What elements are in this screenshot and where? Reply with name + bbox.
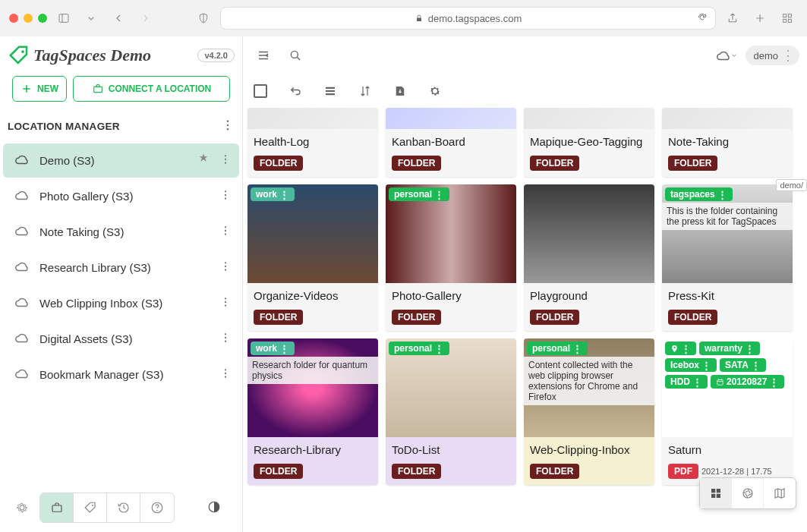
svg-point-29 (225, 341, 226, 342)
file-card[interactable]: PlaygroundFOLDER (524, 184, 654, 331)
help-tab[interactable] (140, 493, 174, 522)
tag-chip[interactable]: 20120827 ⋮ (711, 375, 784, 389)
tag-chip[interactable]: HDD ⋮ (665, 375, 708, 389)
card-title: Saturn (668, 443, 787, 456)
location-item[interactable]: Photo Gallery (S3) (3, 179, 239, 213)
back-button[interactable] (108, 8, 129, 29)
tag-chip[interactable]: personal ⋮ (389, 342, 449, 355)
card-thumbnail (247, 108, 378, 129)
settings-button[interactable] (9, 501, 35, 515)
location-item[interactable]: Demo (S3) (3, 143, 239, 178)
card-body: Research-LibraryFOLDER (247, 437, 378, 485)
file-card[interactable]: Health-LogFOLDER (247, 108, 378, 177)
tag-chip[interactable]: tagspaces ⋮ (665, 187, 733, 201)
export-button[interactable] (390, 81, 410, 101)
connect-location-label: CONNECT A LOCATION (109, 83, 212, 94)
shield-icon[interactable] (193, 8, 214, 29)
location-chip[interactable]: demo ⋮ (746, 46, 799, 65)
cloud-status[interactable] (714, 42, 739, 68)
maximize-window-button[interactable] (38, 14, 47, 23)
app-logo[interactable]: TagSpaces Demo (8, 44, 151, 67)
location-item-menu[interactable] (219, 296, 232, 310)
highlight-icon[interactable] (197, 153, 210, 168)
svg-rect-39 (326, 87, 335, 89)
select-all-checkbox[interactable] (251, 81, 270, 101)
refresh-icon[interactable] (697, 12, 708, 25)
location-item[interactable]: Note Taking (S3) (3, 215, 239, 249)
file-card[interactable]: Note-TakingFOLDER (662, 108, 793, 177)
tag-chip[interactable]: work ⋮ (251, 187, 295, 201)
card-thumbnail: work ⋮Research folder for quantum physic… (247, 338, 378, 437)
window-controls (9, 14, 47, 23)
svg-point-14 (225, 162, 226, 164)
locations-tab[interactable] (40, 493, 74, 522)
tag-chip[interactable]: work ⋮ (251, 342, 295, 355)
svg-point-28 (225, 337, 226, 338)
file-card[interactable]: Mapique-Geo-TaggingFOLDER (524, 108, 654, 177)
file-type-badge: FOLDER (392, 464, 441, 479)
file-card[interactable]: Kanban-BoardFOLDER (386, 108, 516, 177)
main-area: demo ⋮ demo/ Health (243, 36, 807, 532)
tag-chip[interactable]: warranty ⋮ (699, 342, 760, 355)
location-item[interactable]: Bookmark Manager (S3) (3, 357, 239, 392)
search-icon (288, 49, 302, 62)
location-item-menu[interactable] (219, 153, 232, 168)
svg-point-12 (225, 155, 226, 156)
sidebar-toggle-icon[interactable] (53, 8, 74, 29)
tag-chip[interactable]: personal ⋮ (527, 342, 588, 355)
svg-rect-46 (716, 494, 720, 498)
back-nav-button[interactable] (285, 81, 305, 101)
location-item[interactable]: Research Library (S3) (3, 250, 239, 285)
close-window-button[interactable] (9, 14, 18, 23)
tag-chip[interactable]: SATA ⋮ (720, 358, 766, 372)
map-view-button[interactable] (764, 478, 796, 508)
location-item-menu[interactable] (219, 189, 232, 203)
file-card[interactable]: work ⋮Research folder for quantum physic… (247, 338, 378, 485)
chevron-down-icon[interactable] (80, 8, 102, 29)
svg-rect-3 (783, 14, 787, 17)
file-grid: Health-LogFOLDERKanban-BoardFOLDERMapiqu… (247, 108, 801, 485)
grid-view-button[interactable] (700, 478, 732, 508)
new-tab-icon[interactable] (749, 8, 771, 29)
file-type-badge: PDF (668, 464, 698, 479)
collapse-sidebar-button[interactable] (251, 42, 276, 68)
lens-view-button[interactable] (732, 478, 764, 508)
forward-button[interactable] (135, 8, 156, 29)
file-card[interactable]: work ⋮Organize-VideosFOLDER (247, 184, 378, 331)
location-item[interactable]: Digital Assets (S3) (3, 322, 239, 356)
card-description: This is the folder containing the press … (662, 203, 793, 230)
new-button[interactable]: NEW (12, 76, 67, 102)
location-item[interactable]: Web Clipping Inbox (S3) (3, 286, 239, 320)
grid-toolbar (243, 74, 807, 108)
svg-point-47 (743, 489, 752, 498)
share-icon[interactable] (722, 8, 743, 29)
history-tab[interactable] (107, 493, 140, 522)
folder-settings-button[interactable] (425, 81, 445, 101)
location-chip-menu[interactable]: ⋮ (781, 49, 792, 62)
geo-tag[interactable]: ⋮ (665, 342, 696, 355)
location-item-menu[interactable] (219, 367, 232, 382)
connect-location-button[interactable]: CONNECT A LOCATION (73, 76, 230, 102)
tag-chip[interactable]: personal ⋮ (389, 187, 449, 201)
gear-icon (428, 84, 442, 98)
search-button[interactable] (282, 42, 308, 68)
file-card[interactable]: personal ⋮Content collected with the web… (524, 338, 654, 485)
location-label: Digital Assets (S3) (39, 332, 210, 345)
location-item-menu[interactable] (219, 225, 232, 239)
file-card[interactable]: personal ⋮Photo-GalleryFOLDER (386, 184, 516, 331)
list-view-button[interactable] (320, 81, 340, 101)
location-item-menu[interactable] (219, 332, 232, 346)
tabs-overview-icon[interactable] (777, 8, 798, 29)
sort-button[interactable] (355, 81, 375, 101)
contrast-icon (207, 500, 221, 514)
file-card[interactable]: personal ⋮ToDo-ListFOLDER (386, 338, 516, 485)
file-card[interactable]: ⋮warranty ⋮Icebox ⋮SATA ⋮HDD ⋮ 20120827 … (662, 338, 793, 485)
location-manager-menu[interactable] (221, 118, 235, 134)
tags-tab[interactable] (74, 493, 107, 522)
minimize-window-button[interactable] (24, 14, 33, 23)
tag-chip[interactable]: Icebox ⋮ (665, 358, 717, 372)
url-bar[interactable]: demo.tagspaces.com (220, 7, 716, 30)
location-item-menu[interactable] (219, 260, 232, 275)
file-card[interactable]: tagspaces ⋮This is the folder containing… (662, 184, 793, 331)
theme-toggle[interactable] (207, 500, 233, 516)
